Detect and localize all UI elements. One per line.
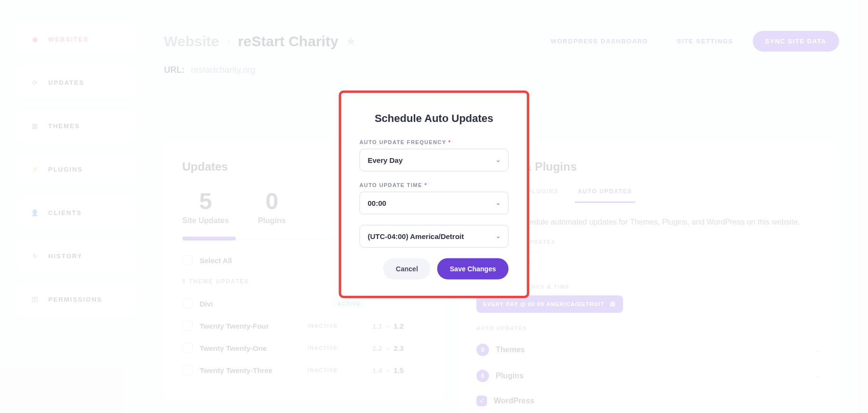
save-changes-button[interactable]: Save Changes xyxy=(437,258,509,279)
select-value: Every Day xyxy=(368,156,403,164)
time-select[interactable]: 00:00 ⌄ xyxy=(360,191,509,214)
frequency-select[interactable]: Every Day ⌄ xyxy=(360,148,509,171)
frequency-field-label: AUTO UPDATE FREQUENCY * xyxy=(360,139,509,145)
chevron-down-icon: ⌄ xyxy=(496,200,501,206)
timezone-select[interactable]: (UTC-04:00) America/Detroit ⌄ xyxy=(360,225,509,247)
cancel-button[interactable]: Cancel xyxy=(383,258,431,279)
chevron-down-icon: ⌄ xyxy=(496,157,501,163)
time-field-label: AUTO UPDATE TIME * xyxy=(360,182,509,187)
select-value: 00:00 xyxy=(368,199,386,207)
select-value: (UTC-04:00) America/Detroit xyxy=(368,232,464,240)
chevron-down-icon: ⌄ xyxy=(496,233,501,240)
schedule-modal: Schedule Auto Updates AUTO UPDATE FREQUE… xyxy=(339,90,529,298)
modal-title: Schedule Auto Updates xyxy=(360,112,509,124)
modal-buttons: Cancel Save Changes xyxy=(360,258,509,279)
